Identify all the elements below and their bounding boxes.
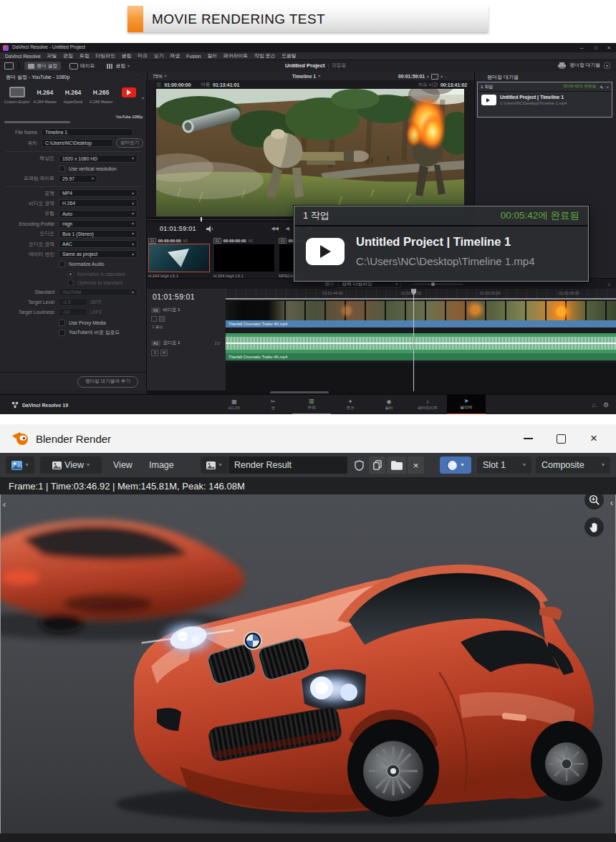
queue-options-dots[interactable]: ··· bbox=[606, 72, 610, 77]
page-tab-deliver[interactable]: ➤딜리버 bbox=[447, 395, 486, 414]
viewer-zoom-level[interactable]: 75% bbox=[153, 74, 163, 79]
page-tab-cut[interactable]: ✂컷 bbox=[254, 395, 292, 414]
save-view-icon[interactable] bbox=[431, 74, 438, 80]
monitor-icon[interactable] bbox=[4, 62, 14, 70]
close-button[interactable]: × bbox=[603, 44, 615, 51]
speaker-icon[interactable] bbox=[206, 226, 214, 232]
preset-h265-master[interactable]: H.265 H.265 Master bbox=[87, 83, 115, 119]
viewer-options-dots[interactable]: ··· bbox=[445, 75, 449, 79]
location-input[interactable]: C:\Users\NC\Desktop bbox=[42, 139, 113, 147]
layout-toggle[interactable]: ▾ bbox=[604, 62, 610, 69]
minimize-button[interactable] bbox=[511, 424, 544, 453]
video-clip-label[interactable]: Titanfall Cinematic Trailer 4K.mp4 bbox=[226, 320, 616, 327]
pin-image-button[interactable]: ▾ bbox=[440, 456, 471, 474]
menu-mark[interactable]: 마크 bbox=[138, 52, 148, 59]
menu-fusion[interactable]: Fusion bbox=[186, 54, 201, 59]
menu-playback[interactable]: 재생 bbox=[170, 52, 181, 59]
preset-hyperdeck[interactable]: H.264 HyperDeck bbox=[59, 83, 87, 119]
menu-file[interactable]: 파일 bbox=[47, 52, 57, 59]
use-proxy-checkbox[interactable] bbox=[59, 320, 65, 326]
menu-clip[interactable]: 클립 bbox=[122, 52, 132, 59]
audio-select[interactable]: Bus 1 (Stereo)▾ bbox=[59, 230, 138, 238]
preset-scrollbar[interactable] bbox=[4, 121, 70, 123]
solo-button[interactable]: S bbox=[151, 350, 158, 356]
fake-user-shield-button[interactable] bbox=[351, 456, 367, 474]
home-icon[interactable]: ⌂ bbox=[592, 401, 595, 408]
maximize-button[interactable]: □ bbox=[590, 45, 602, 50]
close-button[interactable]: × bbox=[577, 424, 610, 453]
menu-fairlight[interactable]: 페어라이트 bbox=[223, 52, 248, 59]
frame-rate-select[interactable]: 29.97▾ bbox=[59, 175, 97, 183]
menu-timeline[interactable]: 타임라인 bbox=[96, 52, 115, 59]
music-note-icon[interactable]: ♪ bbox=[608, 282, 611, 287]
open-image-button[interactable] bbox=[387, 456, 406, 474]
audio-waveform[interactable] bbox=[226, 333, 616, 353]
preset-custom-export[interactable]: Custom Export bbox=[3, 83, 31, 119]
resolution-select[interactable]: 1920 x 1080 HD▾ bbox=[59, 155, 138, 163]
menu-color[interactable]: 컬러 bbox=[208, 52, 218, 59]
preset-youtube-1080p[interactable]: YouTube 1080p bbox=[115, 83, 143, 119]
timeline-ruler[interactable]: 01:01:44:00 01:01:52:00 01:02:00:00 01:0… bbox=[226, 289, 616, 298]
render-slot-dropdown[interactable]: Slot 1 ▾ bbox=[477, 456, 531, 474]
view-menu[interactable]: View bbox=[113, 456, 133, 474]
audio-clip-label[interactable]: Titanfall Cinematic Trailer 4K.mp4 bbox=[226, 353, 616, 360]
render-queue-job[interactable]: 1 작업 00:05:42에 완료됨 ✎ × Untitled Project … bbox=[477, 82, 612, 118]
minimize-button[interactable]: – bbox=[576, 44, 587, 51]
pan-button[interactable] bbox=[584, 517, 604, 537]
target-level-input[interactable]: -1.0 bbox=[59, 298, 87, 306]
data-burn-select[interactable]: Same as project▾ bbox=[59, 250, 138, 258]
step-back-button[interactable]: ◀ bbox=[286, 226, 289, 231]
timeline-playhead[interactable] bbox=[413, 289, 414, 391]
clip-thumbnail[interactable] bbox=[213, 244, 275, 272]
add-to-render-queue-button[interactable]: 렌더링 대기열에 추가 bbox=[77, 376, 138, 388]
remove-job-icon[interactable]: × bbox=[606, 85, 609, 90]
clip-card-1[interactable]: 0100:00:00:00V1 H.264 High L5.1 bbox=[148, 237, 211, 278]
video-codec-select[interactable]: H.264▾ bbox=[59, 199, 138, 207]
image-browse-button[interactable]: ▾ bbox=[201, 456, 228, 474]
optimize-standard-radio[interactable] bbox=[67, 279, 74, 286]
image-menu[interactable]: Image bbox=[149, 456, 174, 474]
vertical-resolution-checkbox[interactable] bbox=[59, 166, 65, 172]
encoding-profile-select[interactable]: High▾ bbox=[59, 220, 138, 228]
menu-help[interactable]: 도움말 bbox=[281, 52, 296, 59]
preset-overflow-caret[interactable]: ▾ bbox=[142, 96, 144, 100]
page-tab-fairlight[interactable]: ♪페어라이트 bbox=[408, 395, 447, 414]
render-layer-dropdown[interactable]: Composite ▾ bbox=[536, 456, 610, 474]
collapse-arrow-right[interactable]: ‹ bbox=[610, 497, 613, 508]
timeline-zoom-slider[interactable] bbox=[413, 284, 463, 284]
browse-button[interactable]: 찾아보기 bbox=[116, 138, 143, 148]
timeline-range-bar[interactable] bbox=[226, 298, 616, 300]
track-lock-icon[interactable] bbox=[151, 316, 157, 322]
menu-trim[interactable]: 트림 bbox=[80, 52, 90, 59]
gear-icon[interactable]: ⚙ bbox=[603, 401, 609, 408]
render-queue-toggle-label[interactable]: 렌더링 대기열 bbox=[569, 62, 600, 69]
preset-h264-master[interactable]: H.264 H.264 Master bbox=[31, 83, 59, 119]
edit-job-icon[interactable]: ✎ bbox=[600, 85, 603, 90]
auto-select-icon[interactable] bbox=[159, 316, 165, 322]
page-tab-edit[interactable]: ▥편집 bbox=[292, 395, 331, 414]
normalize-audio-checkbox[interactable] bbox=[59, 261, 65, 267]
file-name-input[interactable]: Timeline 1 bbox=[42, 128, 133, 136]
maximize-button[interactable] bbox=[544, 424, 577, 453]
unlink-image-button[interactable]: × bbox=[408, 456, 424, 474]
menu-view[interactable]: 보기 bbox=[154, 52, 164, 59]
editor-type-button[interactable]: ▾ bbox=[6, 456, 34, 474]
menu-davinci-resolve[interactable]: DaVinci Resolve bbox=[5, 54, 41, 59]
audio-codec-select[interactable]: AAC▾ bbox=[59, 240, 138, 248]
audio-track-lane[interactable]: Titanfall Cinematic Trailer 4K.mp4 bbox=[226, 333, 616, 360]
page-tab-fusion[interactable]: ✦퓨전 bbox=[331, 395, 370, 414]
viewer-timeline-select[interactable]: Timeline 1 bbox=[292, 74, 316, 79]
normalize-standard-radio[interactable] bbox=[67, 271, 74, 277]
collapse-arrow-left[interactable]: ‹ bbox=[3, 499, 6, 509]
menu-workspace[interactable]: 작업 공간 bbox=[254, 52, 275, 59]
clip-view-button[interactable]: 클립 ▾ bbox=[103, 62, 133, 70]
track-a1-chip[interactable]: A1 bbox=[151, 340, 160, 346]
video-track-lane[interactable]: Titanfall Cinematic Trailer 4K.mp4 bbox=[226, 301, 616, 327]
hscroll-thumb[interactable] bbox=[270, 391, 329, 393]
clip-card-2[interactable]: 0200:00:00:00V1 H.264 High L5.1 bbox=[213, 237, 276, 278]
page-tab-color[interactable]: ◉컬러 bbox=[370, 395, 408, 414]
youtube-upload-checkbox[interactable] bbox=[59, 330, 65, 336]
mute-button[interactable]: M bbox=[160, 350, 168, 356]
page-tab-media[interactable]: ▦미디어 bbox=[215, 395, 254, 414]
standard-select[interactable]: YouTube▾ bbox=[59, 288, 138, 296]
